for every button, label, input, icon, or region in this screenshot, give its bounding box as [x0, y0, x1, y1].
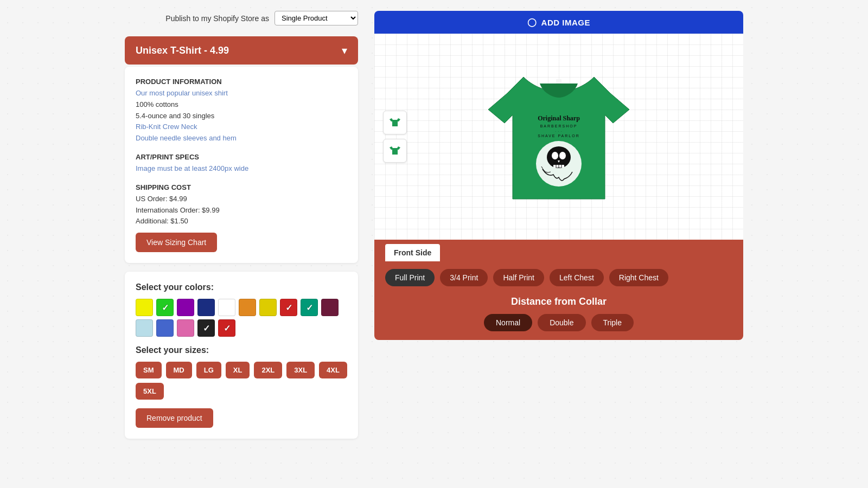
shipping-section: SHIPPING COST US Order: $4.99 Internatio…	[136, 183, 347, 252]
svg-point-8	[552, 152, 558, 159]
color-swatch-red[interactable]: ✓	[280, 299, 297, 316]
product-information-section: PRODUCT INFORMATION Our most popular uni…	[136, 78, 347, 144]
product-accordion[interactable]: Unisex T-Shirt - 4.99 ▾	[125, 36, 358, 65]
svg-text:· · ·: · · ·	[555, 130, 562, 133]
camera-icon: ◯	[527, 17, 537, 27]
front-side-tab-container: Front Side	[374, 240, 743, 261]
tshirt-side-buttons	[383, 111, 407, 163]
art-print-heading: ART/PRINT SPECS	[136, 153, 347, 161]
color-swatch-lightblue[interactable]	[136, 319, 153, 337]
product-description-line-4: Rib-Knit Crew Neck	[136, 121, 347, 133]
product-description-line-5: Double needle sleeves and hem	[136, 133, 347, 144]
color-swatch-white[interactable]	[218, 299, 235, 316]
svg-point-9	[559, 152, 566, 159]
product-description-line-2: 100% cottons	[136, 99, 347, 111]
right-panel: ◯ ADD IMAGE	[374, 11, 743, 439]
left-panel: Publish to my Shopify Store as Single Pr…	[125, 11, 358, 439]
color-swatch-gold[interactable]	[259, 299, 277, 316]
color-swatches-row2: ✓ ✓	[136, 319, 347, 337]
size-section: Select your sizes: SM MD LG XL 2XL 3XL 4…	[136, 345, 347, 400]
add-image-bar[interactable]: ◯ ADD IMAGE	[374, 11, 743, 34]
front-view-button[interactable]	[383, 111, 407, 134]
size-4xl-button[interactable]: 4XL	[319, 362, 347, 378]
size-5xl-button[interactable]: 5XL	[136, 383, 164, 400]
color-swatch-blue[interactable]	[156, 319, 174, 337]
tshirt-container: Original Sharp BARBERSHOP · · · SHAVE PA…	[467, 44, 651, 229]
sizes-heading: Select your sizes:	[136, 345, 347, 355]
tshirt-preview-area: Original Sharp BARBERSHOP · · · SHAVE PA…	[374, 34, 743, 240]
full-print-button[interactable]: Full Print	[385, 269, 435, 286]
art-print-text: Image must be at least 2400px wide	[136, 163, 347, 175]
size-xl-button[interactable]: XL	[226, 362, 250, 378]
tshirt-front-icon	[388, 116, 401, 129]
color-swatch-black[interactable]: ✓	[197, 319, 215, 337]
product-description-line-3: 5.4-ounce and 30 singles	[136, 111, 347, 122]
checkmark-icon: ✓	[306, 303, 313, 313]
left-chest-button[interactable]: Left Chest	[550, 269, 604, 286]
color-swatch-yellow[interactable]	[136, 299, 153, 316]
color-swatch-maroon[interactable]	[321, 299, 339, 316]
publish-row: Publish to my Shopify Store as Single Pr…	[125, 11, 358, 25]
shipping-intl: Internationals Order: $9.99	[136, 205, 347, 216]
print-type-buttons: Full Print 3/4 Print Half Print Left Che…	[374, 261, 743, 294]
size-buttons-grid: SM MD LG XL 2XL 3XL 4XL 5XL	[136, 362, 347, 400]
product-type-select[interactable]: Single Product Multiple Products	[275, 11, 358, 25]
size-md-button[interactable]: MD	[166, 362, 192, 378]
remove-product-button[interactable]: Remove product	[136, 408, 213, 428]
size-3xl-button[interactable]: 3XL	[286, 362, 315, 378]
print-options-panel: Front Side Full Print 3/4 Print Half Pri…	[374, 240, 743, 340]
product-info-card: PRODUCT INFORMATION Our most popular uni…	[125, 67, 358, 263]
right-chest-button[interactable]: Right Chest	[609, 269, 668, 286]
publish-label: Publish to my Shopify Store as	[165, 14, 269, 23]
three-quarter-print-button[interactable]: 3/4 Print	[440, 269, 488, 286]
normal-distance-button[interactable]: Normal	[484, 314, 532, 331]
svg-text:BARBERSHOP: BARBERSHOP	[540, 124, 578, 128]
svg-text:Original Sharp: Original Sharp	[538, 114, 580, 122]
back-view-button[interactable]	[383, 139, 407, 163]
view-sizing-chart-button[interactable]: View Sizing Chart	[136, 233, 217, 252]
add-image-label: ADD IMAGE	[541, 18, 590, 27]
colors-heading: Select your colors:	[136, 282, 347, 292]
checkmark-icon: ✓	[224, 323, 231, 333]
color-swatch-purple[interactable]	[177, 299, 194, 316]
color-swatch-pink[interactable]	[177, 319, 194, 337]
double-distance-button[interactable]: Double	[538, 314, 585, 331]
svg-rect-0	[556, 79, 561, 84]
product-accordion-title: Unisex T-Shirt - 4.99	[136, 45, 229, 56]
distance-title: Distance from Collar	[385, 296, 732, 307]
art-print-section: ART/PRINT SPECS Image must be at least 2…	[136, 153, 347, 175]
color-swatch-red2[interactable]: ✓	[218, 319, 235, 337]
svg-point-7	[548, 147, 570, 167]
shipping-additional: Additional: $1.50	[136, 216, 347, 227]
checkmark-icon: ✓	[285, 303, 292, 313]
distance-buttons: Normal Double Triple	[385, 314, 732, 331]
colors-sizes-card: Select your colors: ✓ ✓ ✓ ✓ ✓	[125, 272, 358, 439]
shipping-heading: SHIPPING COST	[136, 183, 347, 191]
size-2xl-button[interactable]: 2XL	[254, 362, 282, 378]
color-swatch-orange[interactable]	[239, 299, 256, 316]
product-info-heading: PRODUCT INFORMATION	[136, 78, 347, 86]
chevron-down-icon: ▾	[342, 44, 347, 57]
size-sm-button[interactable]: SM	[136, 362, 162, 378]
svg-text:SHAVE PARLOR: SHAVE PARLOR	[538, 134, 579, 138]
color-swatch-navy[interactable]	[197, 299, 215, 316]
half-print-button[interactable]: Half Print	[493, 269, 544, 286]
shipping-us: US Order: $4.99	[136, 194, 347, 205]
checkmark-icon: ✓	[162, 303, 169, 313]
color-swatches-row1: ✓ ✓ ✓	[136, 299, 347, 316]
product-description-line-1: Our most popular unisex shirt	[136, 88, 347, 99]
tshirt-svg: Original Sharp BARBERSHOP · · · SHAVE PA…	[477, 55, 640, 218]
distance-section: Distance from Collar Normal Double Tripl…	[374, 294, 743, 340]
triple-distance-button[interactable]: Triple	[591, 314, 634, 331]
color-swatch-green[interactable]: ✓	[156, 299, 174, 316]
front-side-tab: Front Side	[385, 244, 440, 261]
checkmark-icon: ✓	[203, 323, 210, 333]
size-lg-button[interactable]: LG	[196, 362, 221, 378]
tshirt-back-icon	[388, 144, 401, 157]
color-swatch-teal[interactable]: ✓	[301, 299, 318, 316]
